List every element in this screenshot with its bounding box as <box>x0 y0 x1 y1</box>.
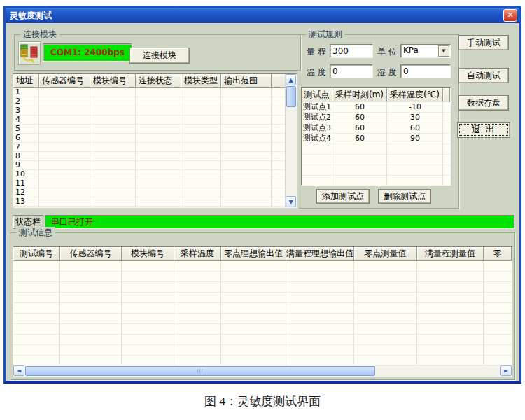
table-row[interactable]: 2 <box>13 97 286 106</box>
module-list-body: 1234567891011121314 <box>13 88 286 207</box>
table-cell: 测试点2 <box>302 113 332 122</box>
test-points-header-row: 测试点采样时刻(m)采样温度(℃) <box>302 88 450 102</box>
table-cell: 14 <box>13 206 39 208</box>
table-row[interactable]: 11 <box>13 179 286 188</box>
test-info-header-row: 测试编号传感器编号模块编号采样温度零点理想输出值满量程理想输出值零点测量值满量程… <box>13 247 512 261</box>
column-header[interactable] <box>272 74 286 88</box>
test-info-horizontal-scrollbar[interactable]: ◄ ► <box>13 365 512 377</box>
com-port-status-text: COM1: 2400bps <box>50 48 125 57</box>
close-button[interactable]: ✕ <box>503 9 517 22</box>
temperature-label: 温 度 <box>307 66 326 78</box>
column-header[interactable]: 零点理想输出值 <box>221 247 286 261</box>
scroll-right-button[interactable]: ► <box>500 365 512 376</box>
save-data-button[interactable]: 数据存盘 <box>458 95 509 111</box>
table-row[interactable]: 5 <box>13 125 286 134</box>
add-test-point-button[interactable]: 添加测试点 <box>316 189 370 204</box>
column-header[interactable]: 满量程测量值 <box>417 247 484 261</box>
table-row[interactable] <box>302 144 450 155</box>
column-header[interactable]: 零 <box>484 247 512 261</box>
table-row[interactable] <box>13 303 512 314</box>
temperature-input[interactable] <box>330 64 373 78</box>
column-divider <box>442 102 443 186</box>
table-row[interactable] <box>13 335 512 345</box>
column-header[interactable]: 零点测量值 <box>354 247 417 261</box>
column-header[interactable]: 采样温度(℃) <box>387 88 443 102</box>
table-row[interactable] <box>13 282 512 293</box>
scroll-up-button[interactable]: ▲ <box>286 74 296 85</box>
table-row[interactable]: 4 <box>13 115 286 125</box>
table-row[interactable]: 8 <box>13 152 286 161</box>
column-header[interactable]: 满量程理想输出值 <box>286 247 354 261</box>
table-cell: 2 <box>13 97 39 106</box>
unit-value: KPa <box>403 46 419 55</box>
table-row[interactable]: 6 <box>13 134 286 143</box>
table-row[interactable]: 1 <box>13 88 286 97</box>
table-cell: 9 <box>13 161 39 169</box>
column-header[interactable]: 地址 <box>13 74 39 88</box>
table-row[interactable] <box>13 345 512 356</box>
table-cell: 8 <box>13 152 39 160</box>
table-row[interactable]: 10 <box>13 170 286 179</box>
scroll-down-icon: ▼ <box>288 199 293 205</box>
column-header[interactable]: 测试点 <box>302 88 332 102</box>
exit-button[interactable]: 退 出 <box>457 122 510 138</box>
delete-test-point-button[interactable]: 删除测试点 <box>378 189 431 204</box>
range-input[interactable] <box>330 44 373 58</box>
table-row[interactable] <box>302 176 450 186</box>
module-list-vertical-scrollbar[interactable]: ▲ ▼ <box>285 74 297 207</box>
column-header[interactable]: 采样时刻(m) <box>332 88 387 102</box>
scroll-left-button[interactable]: ◄ <box>13 365 24 376</box>
table-row[interactable]: 7 <box>13 143 286 152</box>
table-row[interactable]: 测试点36060 <box>302 123 450 134</box>
table-row[interactable]: 测试点26030 <box>302 113 450 123</box>
table-row[interactable]: 12 <box>13 188 286 197</box>
column-header[interactable]: 传感器编号 <box>39 74 90 88</box>
table-row[interactable]: 3 <box>13 106 286 115</box>
column-header[interactable]: 传感器编号 <box>60 247 122 261</box>
scroll-right-icon: ► <box>504 368 508 374</box>
figure-caption: 图 4：灵敏度测试界面 <box>0 393 525 410</box>
title-bar[interactable]: 灵敏度测试 ✕ <box>6 8 519 23</box>
test-rules-group-label: 测试规则 <box>306 29 345 41</box>
table-cell: 7 <box>13 143 39 151</box>
scroll-down-button[interactable]: ▼ <box>286 196 296 207</box>
unit-label: 单 位 <box>377 46 397 58</box>
table-row[interactable] <box>302 155 450 165</box>
column-header[interactable]: 模块编号 <box>122 247 174 261</box>
auto-test-button[interactable]: 自动测试 <box>458 68 509 83</box>
table-row[interactable] <box>13 272 512 282</box>
table-row[interactable] <box>13 293 512 303</box>
module-link-glyph <box>19 42 40 64</box>
table-row[interactable]: 测试点46090 <box>302 134 450 144</box>
column-header[interactable]: 连接状态 <box>136 74 181 88</box>
module-link-icon[interactable] <box>18 41 41 65</box>
column-header[interactable]: 测试编号 <box>13 247 60 261</box>
table-row[interactable]: 测试点160-10 <box>302 102 450 113</box>
table-row[interactable]: 9 <box>13 161 286 170</box>
column-header[interactable]: 输出范围 <box>221 74 272 88</box>
table-cell: 5 <box>13 125 39 133</box>
scroll-thumb[interactable] <box>25 366 375 376</box>
table-row[interactable]: 13 <box>13 197 286 206</box>
unit-combobox[interactable]: KPa ▼ <box>400 44 451 58</box>
column-divider <box>286 261 286 365</box>
test-points-table: 测试点采样时刻(m)采样温度(℃) 测试点160-10测试点26030测试点36… <box>301 88 451 186</box>
table-row[interactable] <box>13 314 512 324</box>
column-header[interactable]: 模块编号 <box>90 74 136 88</box>
test-info-body <box>13 261 512 365</box>
table-row[interactable]: 14 <box>13 206 286 208</box>
column-header[interactable]: 采样温度 <box>174 247 221 261</box>
humidity-input[interactable] <box>400 64 451 78</box>
manual-test-button[interactable]: 手动测试 <box>458 35 509 50</box>
table-row[interactable] <box>302 165 450 176</box>
connect-module-button[interactable]: 连接模块 <box>130 48 190 64</box>
table-row[interactable] <box>13 324 512 335</box>
table-cell: 3 <box>13 106 39 115</box>
dropdown-button[interactable]: ▼ <box>438 46 449 57</box>
table-cell: 6 <box>13 134 39 142</box>
table-row[interactable] <box>13 261 512 272</box>
scroll-thumb[interactable] <box>286 86 296 107</box>
column-header[interactable]: 模块类型 <box>181 74 221 88</box>
column-header[interactable] <box>443 88 450 102</box>
test-info-table: 测试编号传感器编号模块编号采样温度零点理想输出值满量程理想输出值零点测量值满量程… <box>13 246 512 377</box>
